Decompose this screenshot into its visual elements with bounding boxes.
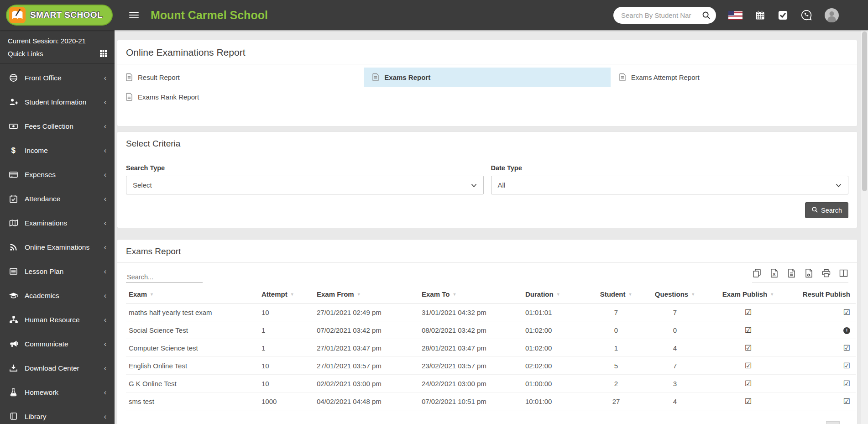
student-search-input[interactable] (621, 11, 702, 19)
cell-questions: 4 (641, 393, 709, 410)
sidebar-item-online-examinations[interactable]: Online Examinations ‹ (0, 235, 115, 259)
sidebar-item-income[interactable]: $ Income ‹ (0, 138, 115, 162)
brand-name: SMART SCHOOL (30, 10, 103, 20)
sidebar-item-fees-collection[interactable]: Fees Collection ‹ (0, 114, 115, 138)
column-header-exam[interactable]: Exam▼ (126, 286, 259, 304)
calendar-icon[interactable] (755, 10, 765, 21)
search-button[interactable]: Search (805, 202, 848, 218)
table-search-input[interactable] (126, 272, 203, 283)
cell-result-publish: ☑ (787, 304, 856, 321)
dollar-icon: $ (8, 146, 19, 155)
date-type-select[interactable]: All (491, 176, 849, 194)
sitemap-icon (8, 315, 19, 324)
sidebar-item-label: Online Examinations (25, 243, 89, 251)
print-icon[interactable] (821, 268, 831, 278)
cell-attempt: 10 (259, 375, 314, 393)
sidebar-item-label: Academics (25, 292, 59, 300)
column-header-attempt[interactable]: Attempt▼ (259, 286, 314, 304)
search-button-label: Search (821, 207, 842, 214)
sidebar-item-examinations[interactable]: Examinations ‹ (0, 211, 115, 235)
sidebar-item-front-office[interactable]: Front Office ‹ (0, 66, 115, 90)
cell-exam-to: 23/02/2021 03:57 pm (419, 357, 523, 375)
tasks-icon[interactable] (778, 10, 788, 21)
report-link-exams-attempt-report[interactable]: Exams Attempt Report (611, 68, 857, 87)
checked-checkbox-icon: ☑ (843, 308, 850, 317)
sort-arrow-icon: ▼ (770, 292, 774, 297)
cell-exam: Computer Science test (126, 339, 259, 357)
sidebar-item-label: Human Resource (25, 316, 80, 324)
report-link-exams-rank-report[interactable]: Exams Rank Report (117, 87, 364, 107)
session-block: Current Session: 2020-21 Quick Links (0, 30, 115, 64)
chevron-left-icon: ‹ (104, 74, 106, 82)
csv-icon[interactable] (787, 268, 796, 278)
sidebar-item-library[interactable]: Library ‹ (0, 404, 115, 424)
cell-duration: 02:02:00 (523, 357, 591, 375)
logo-book-icon (9, 6, 26, 24)
search-type-value: Select (133, 181, 152, 189)
checked-checkbox-icon: ☑ (745, 326, 752, 335)
cell-exam-from: 27/01/2021 03:57 pm (314, 357, 419, 375)
pagination-page-1[interactable]: 1 (826, 421, 840, 424)
sidebar-item-label: Expenses (25, 171, 56, 179)
column-header-student[interactable]: Student▼ (591, 286, 641, 304)
language-flag-icon[interactable] (728, 11, 743, 20)
column-header-exam-to[interactable]: Exam To▼ (419, 286, 523, 304)
chat-icon[interactable] (800, 9, 812, 21)
sidebar-item-expenses[interactable]: Expenses ‹ (0, 162, 115, 187)
chevron-left-icon: ‹ (104, 147, 106, 154)
search-icon[interactable] (702, 11, 710, 19)
column-header-exam-from[interactable]: Exam From▼ (314, 286, 419, 304)
headset-icon (8, 73, 19, 82)
search-type-select[interactable]: Select (126, 176, 484, 194)
cell-student: 27 (591, 393, 641, 410)
chevron-left-icon: ‹ (104, 365, 106, 372)
scrollbar-thumb[interactable] (862, 31, 867, 191)
columns-icon[interactable] (839, 268, 848, 278)
sidebar-item-lesson-plan[interactable]: Lesson Plan ‹ (0, 259, 115, 283)
cell-student: 5 (591, 357, 641, 375)
sidebar-item-student-information[interactable]: Student Information ‹ (0, 90, 115, 114)
report-link-result-report[interactable]: Result Report (117, 68, 364, 87)
excel-icon[interactable]: X (769, 268, 779, 278)
column-header-result-publish[interactable]: Result Publish (787, 286, 856, 304)
cell-exam: G K Online Test (126, 375, 259, 393)
cell-exam-publish: ☑ (709, 393, 787, 410)
rss-icon (8, 243, 19, 251)
cell-exam: English Online Test (126, 357, 259, 375)
cell-duration: 01:02:00 (523, 339, 591, 357)
sidebar-toggle-button[interactable] (129, 10, 139, 20)
sidebar-item-academics[interactable]: Academics ‹ (0, 283, 115, 308)
sidebar-item-label: Lesson Plan (25, 267, 63, 276)
page-title: Online Examinations Report (117, 40, 857, 64)
copy-icon[interactable] (752, 268, 762, 278)
quick-links-grid-icon[interactable] (100, 50, 107, 57)
sidebar-item-homework[interactable]: Homework ‹ (0, 380, 115, 404)
sidebar-item-human-resource[interactable]: Human Resource ‹ (0, 308, 115, 332)
main-content: Online Examinations Report Result Report… (115, 30, 861, 424)
chevron-left-icon: ‹ (104, 195, 106, 203)
column-header-questions[interactable]: Questions▼ (641, 286, 709, 304)
user-avatar[interactable] (825, 8, 839, 22)
cell-exam-from: 27/01/2021 02:49 pm (314, 304, 419, 321)
exams-report-card: Exams Report X Exam▼Attempt▼Exam From▼Ex… (117, 240, 857, 424)
cell-result-publish: ! (787, 321, 856, 339)
table-row: English Online Test 10 27/01/2021 03:57 … (126, 357, 856, 375)
report-link-label: Exams Rank Report (138, 93, 199, 101)
cell-exam-publish: ☑ (709, 339, 787, 357)
column-header-duration[interactable]: Duration▼ (523, 286, 591, 304)
sidebar-item-download-center[interactable]: Download Center ‹ (0, 356, 115, 380)
search-icon (811, 206, 818, 214)
cell-attempt: 1 (259, 321, 314, 339)
sidebar-item-label: Download Center (25, 364, 79, 372)
checked-checkbox-icon: ☑ (745, 344, 752, 352)
report-links: Result Report Exams Report Exams Attempt… (117, 64, 857, 126)
scrollbar[interactable] (861, 30, 868, 424)
cell-exam-from: 04/02/2021 04:48 pm (314, 393, 419, 410)
app-logo[interactable]: SMART SCHOOL (6, 5, 113, 26)
cell-result-publish: ☑ (787, 375, 856, 393)
report-link-exams-report[interactable]: Exams Report (364, 68, 610, 87)
pdf-icon[interactable] (804, 268, 814, 278)
sidebar-item-attendance[interactable]: Attendance ‹ (0, 187, 115, 211)
sidebar-item-communicate[interactable]: Communicate ‹ (0, 332, 115, 356)
column-header-exam-publish[interactable]: Exam Publish▼ (709, 286, 787, 304)
